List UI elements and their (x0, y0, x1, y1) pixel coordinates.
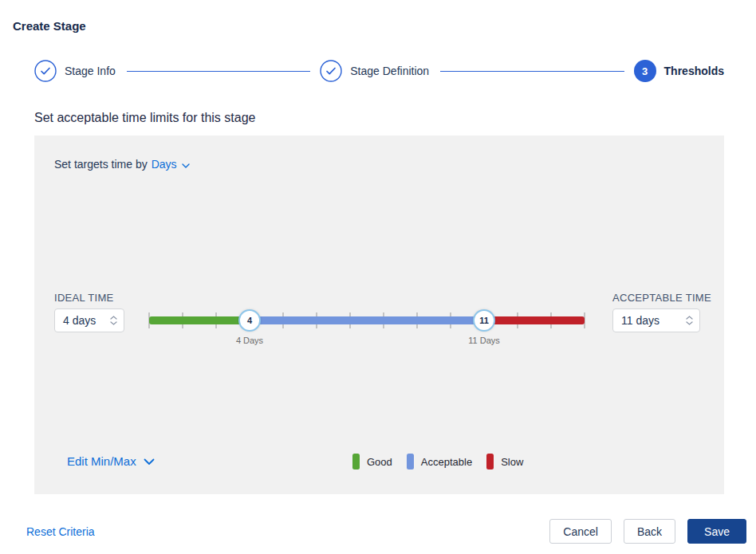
chevron-down-icon (144, 454, 155, 468)
reset-criteria-link[interactable]: Reset Criteria (26, 525, 95, 538)
good-swatch (352, 454, 360, 470)
slider-segment-good (149, 316, 250, 324)
acceptable-time-slider-handle[interactable]: 11 (473, 309, 495, 332)
targets-unit-dropdown[interactable]: Days (152, 158, 190, 171)
acceptable-swatch (407, 454, 414, 470)
ideal-time-label: IDEAL TIME (54, 292, 114, 304)
ideal-handle-caption: 4 Days (236, 336, 263, 345)
save-button[interactable]: Save (687, 519, 746, 544)
acceptable-time-value: 11 days (621, 314, 660, 327)
slow-swatch (486, 454, 494, 470)
chevron-down-icon (110, 321, 117, 325)
step-thresholds[interactable]: 3 Thresholds (634, 60, 724, 82)
legend-item-slow: Slow (486, 454, 523, 470)
legend-label: Acceptable (421, 456, 472, 468)
slider-segment-acceptable (250, 316, 484, 324)
step-stage-info[interactable]: Stage Info (34, 60, 116, 82)
slider-track (149, 316, 585, 324)
ideal-time-stepper[interactable] (110, 316, 117, 325)
ideal-time-slider-handle[interactable]: 4 (238, 309, 261, 332)
chevron-down-icon (686, 321, 693, 325)
step-stage-definition[interactable]: Stage Definition (320, 60, 429, 82)
ideal-time-value: 4 days (63, 314, 96, 327)
targets-time-row: Set targets time by Days (54, 158, 190, 171)
edit-minmax-label: Edit Min/Max (67, 454, 136, 468)
step-label: Stage Info (65, 65, 116, 77)
chevron-up-icon (110, 316, 117, 320)
step-label: Thresholds (664, 65, 724, 77)
time-threshold-slider: 4 11 4 Days 11 Days (149, 309, 585, 346)
thresholds-panel: Set targets time by Days IDEAL TIME 4 da… (34, 136, 724, 494)
chevron-down-icon (182, 158, 190, 171)
stepper-connector (440, 71, 624, 72)
targets-time-label: Set targets time by (54, 158, 148, 171)
check-circle-icon (320, 60, 342, 82)
section-heading: Set acceptable time limits for this stag… (34, 111, 255, 125)
stepper-connector (127, 71, 310, 72)
threshold-legend: Good Acceptable Slow (352, 454, 537, 470)
chevron-up-icon (686, 316, 693, 320)
legend-label: Good (367, 456, 392, 468)
acceptable-handle-caption: 11 Days (468, 336, 500, 345)
legend-item-acceptable: Acceptable (407, 454, 472, 470)
acceptable-time-label: ACCEPTABLE TIME (612, 292, 711, 304)
acceptable-time-stepper[interactable] (686, 316, 693, 325)
footer-buttons: Cancel Back Save (549, 519, 746, 544)
slider-segment-slow (484, 316, 585, 324)
legend-item-good: Good (352, 454, 392, 470)
ideal-time-input[interactable]: 4 days (54, 308, 124, 332)
acceptable-time-input[interactable]: 11 days (612, 308, 700, 332)
create-stage-page: Create Stage Stage Info Stage Definition (0, 0, 756, 554)
step-number-badge: 3 (634, 60, 656, 82)
page-title: Create Stage (13, 19, 86, 33)
edit-minmax-toggle[interactable]: Edit Min/Max (67, 454, 155, 468)
back-button[interactable]: Back (624, 519, 675, 544)
targets-unit-value: Days (152, 158, 177, 171)
step-label: Stage Definition (350, 65, 429, 77)
legend-label: Slow (501, 456, 523, 468)
check-circle-icon (34, 60, 57, 82)
cancel-button[interactable]: Cancel (549, 519, 612, 544)
wizard-stepper: Stage Info Stage Definition 3 Thresholds (34, 60, 724, 82)
